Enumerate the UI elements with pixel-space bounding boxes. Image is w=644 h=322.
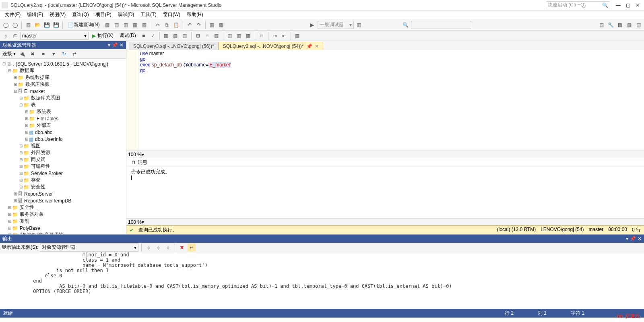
object-explorer-tree[interactable]: ⊟🖥. (SQL Server 13.0.1601.5 - LENOVO\gon… [0,59,126,234]
menu-window[interactable]: 窗口(W) [160,10,184,19]
tree-polybase[interactable]: PolyBase [20,225,40,231]
refresh-icon[interactable]: ↻ [60,50,68,58]
tree-top-security[interactable]: 安全性 [20,204,34,211]
tree-dbdiagram[interactable]: 数据库关系图 [31,95,60,101]
tb-e[interactable]: ▥ [140,21,149,29]
tb2-c[interactable]: ▥ [162,32,170,40]
stop-icon-2[interactable]: ■ [39,50,47,58]
tree-storage[interactable]: 存储 [31,177,41,184]
tree-reportserver[interactable]: ReportServer [24,191,53,197]
debug-selector[interactable]: 一般调试器▾ [318,21,354,29]
code-editor[interactable]: use master go exec sp_detach_db @dbname=… [126,50,644,151]
tb-a[interactable]: ▥ [103,21,111,29]
tree-prog[interactable]: 可编程性 [31,163,50,170]
tb2-a[interactable]: ⎀ [2,32,10,40]
code-body[interactable]: use master go exec sp_detach_db @dbname=… [138,50,644,151]
tb-i[interactable]: ▥ [597,21,605,29]
out-dropdown-icon[interactable]: ▾ [626,236,628,242]
tree-databases[interactable]: 数据库 [20,67,34,74]
maximize-button[interactable]: ▢ [623,1,633,9]
connect-icon[interactable]: 🔌 [18,50,26,58]
tree-views[interactable]: 视图 [31,142,41,149]
tree-systables[interactable]: 系统表 [37,108,51,115]
out-close-icon[interactable]: ✕ [638,236,642,242]
tb-m[interactable]: ▥ [634,21,642,29]
tree-filetables[interactable]: FileTables [37,116,58,122]
out-tb-b[interactable]: ⎀ [154,244,162,252]
tb-j[interactable]: 🔧 [607,21,615,29]
debug-button[interactable]: 调试(D) [117,32,138,40]
out-clear-icon[interactable]: ✖ [178,244,186,252]
tree-reportservertmp[interactable]: ReportServerTempDB [24,198,71,204]
menu-view[interactable]: 视图(V) [46,10,69,19]
filter-icon[interactable]: ▼ [50,50,58,58]
tb-l[interactable]: ▥ [625,21,633,29]
messages-tab[interactable]: 🗒 消息 [128,158,151,167]
results-grid-icon[interactable]: ⊞ [194,32,202,40]
pin-icon[interactable]: 📌 [306,43,312,49]
minimize-button[interactable]: — [613,1,623,9]
results-text-icon[interactable]: ≡ [203,32,211,40]
outdent-icon[interactable]: ⇤ [280,32,288,40]
connect-dropdown[interactable]: 连接 ▾ [2,50,16,57]
tb-b[interactable]: ▥ [113,21,121,29]
menu-project[interactable]: 项目(P) [92,10,115,19]
tab-close-icon[interactable]: ✕ [315,43,319,49]
tree-synonyms[interactable]: 同义词 [31,156,45,163]
tree-security[interactable]: 安全性 [31,184,45,190]
tree-alwayson[interactable]: Always On 高可用性 [20,231,64,234]
menu-query[interactable]: 查询(Q) [69,10,92,19]
tab-query2[interactable]: SQLQuery2.sql -...NOVO\gongj (54))*📌✕ [219,42,323,50]
tree-emarket[interactable]: E_market [24,89,45,94]
tree-server-objects[interactable]: 服务器对象 [20,211,44,218]
tree-svcbroker[interactable]: Service Broker [31,171,63,176]
cut-icon[interactable]: ✂ [154,21,162,29]
disconnect-icon[interactable]: ✖ [29,50,37,58]
output-src-select[interactable]: 对象资源管理器▾ [40,244,138,252]
tree-server[interactable]: . (SQL Server 13.0.1601.5 - LENOVO\gongj… [13,61,108,67]
tb2-i[interactable]: ▥ [293,32,301,40]
out-tb-a[interactable]: ⎀ [144,244,153,252]
panel-dropdown-icon[interactable]: ▾ [108,42,110,48]
close-button[interactable]: ✕ [633,1,642,9]
results-file-icon[interactable]: ▥ [213,32,221,40]
execute-button[interactable]: ▶执行(X) [90,32,116,40]
tb2-d[interactable]: ▥ [171,32,180,40]
tree-dbo-userinfo[interactable]: dbo.UserInfo [35,136,63,142]
tb2-f[interactable]: ▥ [226,32,234,40]
tb2-e[interactable]: ▥ [181,32,189,40]
sync-icon[interactable]: ⇄ [70,50,78,58]
save-all-icon[interactable]: 💾 [52,21,60,29]
tb2-g[interactable]: ▥ [235,32,243,40]
open-icon[interactable]: 📂 [33,21,41,29]
menu-file[interactable]: 文件(F) [2,10,24,19]
menu-tools[interactable]: 工具(T) [137,10,159,19]
find-box[interactable] [411,21,471,29]
zoom-value[interactable]: 100 % [128,152,142,157]
nav-back-button[interactable]: ◯ [2,21,10,29]
undo-icon[interactable]: ↶ [186,21,194,29]
panel-close-icon[interactable]: ✕ [120,42,124,48]
parse-icon[interactable]: ✓ [149,32,157,40]
menu-help[interactable]: 帮助(H) [184,10,206,19]
tree-snapshot[interactable]: 数据库快照 [25,81,50,88]
tree-extres[interactable]: 外部资源 [31,149,50,156]
tb-d[interactable]: ▥ [131,21,139,29]
output-body[interactable]: minor_id = 0 and class = 1 and name = N'… [0,252,644,309]
new-project-icon[interactable]: ▥ [24,21,32,29]
stop-icon[interactable]: ■ [140,32,148,40]
tb-f[interactable]: ▥ [208,21,216,29]
save-icon[interactable]: 💾 [43,21,51,29]
tree-dbo-abc[interactable]: dbo.abc [35,130,52,135]
quick-launch[interactable]: 快速启动 (Ctrl+Q) 🔍 [546,1,610,9]
tb2-h[interactable]: ▥ [244,32,252,40]
tree-replication[interactable]: 复制 [20,218,29,225]
out-tb-c[interactable]: ⎀ [164,244,172,252]
tb-g[interactable]: ▥ [217,21,225,29]
paste-icon[interactable]: 📋 [172,21,180,29]
nav-fwd-button[interactable]: ◯ [11,21,19,29]
menu-edit[interactable]: 编辑(E) [24,10,46,19]
new-query-button[interactable]: 📄 新建查询(N) [65,21,102,29]
tb-k[interactable]: ▤ [616,21,624,29]
tb-c[interactable]: ▥ [122,21,130,29]
